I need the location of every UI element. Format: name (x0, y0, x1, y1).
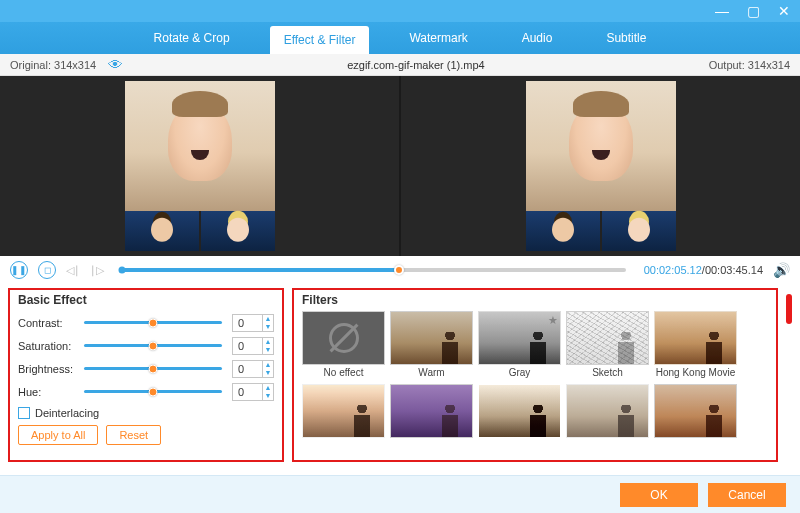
output-preview-pane (399, 76, 800, 256)
hue-slider[interactable] (84, 390, 222, 393)
saturation-down[interactable]: ▼ (263, 346, 273, 354)
basic-effect-panel: Basic Effect Contrast: 0▲▼ Saturation: 0… (8, 288, 284, 462)
hue-row: Hue: 0▲▼ (18, 380, 274, 403)
progress-fill (122, 268, 399, 272)
filters-title: Filters (302, 293, 768, 307)
contrast-slider[interactable] (84, 321, 222, 324)
tab-audio[interactable]: Audio (508, 22, 567, 54)
original-preview-pane (0, 76, 399, 256)
filter-hong-kong-movie[interactable]: Hong Kong Movie (654, 311, 737, 379)
tab-subtitle[interactable]: Subtitle (592, 22, 660, 54)
progress-thumb[interactable] (394, 265, 404, 275)
footer-bar: OK Cancel (0, 475, 800, 513)
tab-rotate-crop[interactable]: Rotate & Crop (140, 22, 244, 54)
contrast-down[interactable]: ▼ (263, 323, 273, 331)
basic-effect-title: Basic Effect (18, 293, 274, 307)
current-time: 00:02:05.12 (644, 264, 702, 276)
filter-row2-1[interactable] (302, 384, 385, 452)
filter-no-effect[interactable]: No effect (302, 311, 385, 379)
apply-to-all-button[interactable]: Apply to All (18, 425, 98, 445)
preview-row (0, 76, 800, 256)
brightness-up[interactable]: ▲ (263, 361, 273, 369)
stop-button[interactable]: ◻ (38, 261, 56, 279)
output-video (526, 81, 676, 251)
hue-down[interactable]: ▼ (263, 392, 273, 400)
saturation-value[interactable]: 0▲▼ (232, 337, 274, 355)
contrast-label: Contrast: (18, 317, 84, 329)
contrast-up[interactable]: ▲ (263, 315, 273, 323)
hue-value[interactable]: 0▲▼ (232, 383, 274, 401)
deinterlacing-label: Deinterlacing (35, 407, 99, 419)
filters-panel: Filters No effect Warm ★Gray Sketch Hong… (292, 288, 778, 462)
playback-controls: ❚❚ ◻ ◁∣ ∣▷ 00:02:05.12/00:03:45.14 🔊 (0, 256, 800, 284)
contrast-value[interactable]: 0▲▼ (232, 314, 274, 332)
hue-up[interactable]: ▲ (263, 384, 273, 392)
brightness-label: Brightness: (18, 363, 84, 375)
prev-frame-button[interactable]: ◁∣ (66, 264, 80, 277)
volume-icon[interactable]: 🔊 (773, 262, 790, 278)
tab-watermark[interactable]: Watermark (395, 22, 481, 54)
total-time: /00:03:45.14 (702, 264, 763, 276)
saturation-slider[interactable] (84, 344, 222, 347)
filter-row2-3[interactable] (478, 384, 561, 452)
cancel-button[interactable]: Cancel (708, 483, 786, 507)
deinterlacing-row: Deinterlacing (18, 407, 274, 419)
filter-sketch[interactable]: Sketch (566, 311, 649, 379)
filter-warm[interactable]: Warm (390, 311, 473, 379)
progress-start-marker (119, 267, 126, 274)
filter-row2-2[interactable] (390, 384, 473, 452)
saturation-up[interactable]: ▲ (263, 338, 273, 346)
saturation-label: Saturation: (18, 340, 84, 352)
filter-row2-5[interactable] (654, 384, 737, 452)
filename-label: ezgif.com-gif-maker (1).mp4 (123, 59, 708, 71)
original-video (125, 81, 275, 251)
brightness-down[interactable]: ▼ (263, 369, 273, 377)
play-pause-button[interactable]: ❚❚ (10, 261, 28, 279)
preview-toggle-icon[interactable]: 👁 (108, 56, 123, 73)
brightness-value[interactable]: 0▲▼ (232, 360, 274, 378)
tab-effect-filter[interactable]: Effect & Filter (270, 26, 370, 54)
deinterlacing-checkbox[interactable] (18, 407, 30, 419)
brightness-slider[interactable] (84, 367, 222, 370)
filter-gray[interactable]: ★Gray (478, 311, 561, 379)
panels-row: Basic Effect Contrast: 0▲▼ Saturation: 0… (0, 284, 800, 462)
basic-effect-buttons: Apply to All Reset (18, 425, 274, 445)
filters-scrollbar[interactable] (786, 294, 792, 324)
contrast-row: Contrast: 0▲▼ (18, 311, 274, 334)
info-bar: Original: 314x314 👁 ezgif.com-gif-maker … (0, 54, 800, 76)
output-size-label: Output: 314x314 (709, 59, 790, 71)
window-titlebar: — ▢ ✕ (0, 0, 800, 22)
ok-button[interactable]: OK (620, 483, 698, 507)
hue-label: Hue: (18, 386, 84, 398)
reset-button[interactable]: Reset (106, 425, 161, 445)
original-size-label: Original: 314x314 (10, 59, 96, 71)
time-display: 00:02:05.12/00:03:45.14 (644, 264, 763, 276)
saturation-row: Saturation: 0▲▼ (18, 334, 274, 357)
progress-bar[interactable] (122, 268, 626, 272)
filters-grid: No effect Warm ★Gray Sketch Hong Kong Mo… (302, 311, 768, 452)
star-icon: ★ (548, 314, 558, 327)
tab-bar: Rotate & Crop Effect & Filter Watermark … (0, 22, 800, 54)
filter-row2-4[interactable] (566, 384, 649, 452)
brightness-row: Brightness: 0▲▼ (18, 357, 274, 380)
next-frame-button[interactable]: ∣▷ (90, 264, 104, 277)
